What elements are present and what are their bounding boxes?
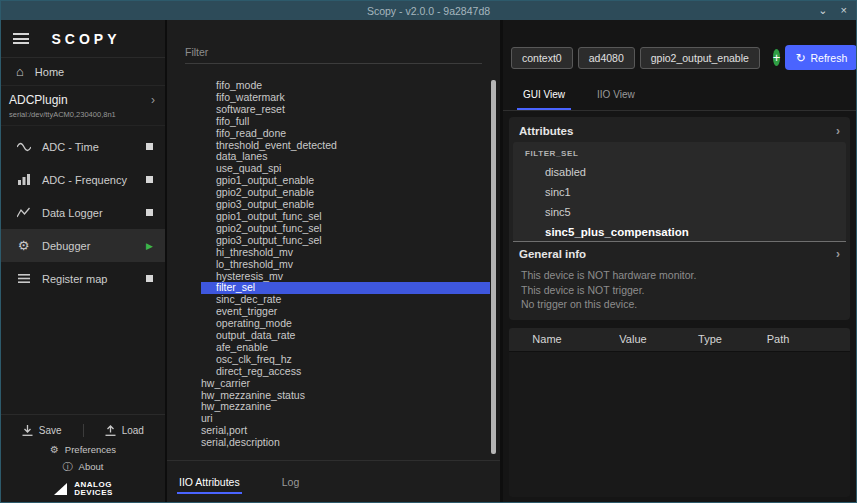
home-icon: ⌂ — [16, 64, 24, 79]
view-tab[interactable]: GUI View — [507, 81, 581, 110]
filter-input[interactable] — [185, 44, 482, 64]
tree-item[interactable]: osc_clk_freq_hz — [201, 354, 490, 366]
dropdown-option[interactable]: disabled — [513, 162, 846, 182]
sidebar-item-data-logger[interactable]: Data Logger — [1, 196, 165, 229]
tree-item[interactable]: direct_reg_access — [201, 366, 490, 378]
home-label: Home — [35, 66, 64, 78]
middle-tab[interactable]: Log — [280, 464, 302, 500]
breadcrumb: context0 ad4080 gpio2_output_enable — [511, 47, 760, 69]
tree-item[interactable]: fifo_read_done — [201, 128, 490, 140]
load-button[interactable]: Load — [84, 425, 166, 436]
general-info-header-label: General info — [519, 248, 586, 260]
filter-sel-dropdown: disabled sinc1 sinc5 sinc5_plus_compensa… — [513, 162, 846, 242]
save-label: Save — [39, 425, 62, 436]
results-table-body — [509, 352, 850, 498]
sidebar-item-home[interactable]: ⌂ Home — [1, 58, 165, 86]
close-icon[interactable]: × — [841, 5, 847, 16]
sidebar: SCOPY ⌂ Home ADCPlugin › serial:/dev/tty… — [1, 20, 167, 502]
tree-item[interactable]: hw_mezzanine — [201, 401, 490, 413]
sine-wave-icon — [16, 142, 31, 152]
analog-devices-logo-icon — [53, 482, 68, 496]
stop-indicator[interactable] — [146, 275, 153, 282]
view-tab-bar: GUI View IIO View — [503, 81, 856, 111]
table-header-cell: Type — [681, 333, 739, 345]
chevron-right-icon: › — [836, 124, 840, 138]
gui-view-content: Attributes › FILTER_SEL disabled sinc1 — [503, 111, 856, 502]
gear-icon: ⚙ — [50, 444, 59, 455]
attributes-section-header[interactable]: Attributes › — [511, 119, 848, 142]
table-header-cell: Value — [585, 333, 681, 345]
tree-item[interactable]: hw_carrier — [201, 378, 490, 390]
breadcrumb-toolbar: context0 ad4080 gpio2_output_enable + ↻ … — [503, 20, 856, 81]
general-info-section-header[interactable]: General info › — [511, 242, 848, 265]
datalogger-icon — [16, 207, 31, 218]
bar-chart-icon — [16, 174, 31, 185]
view-tab[interactable]: IIO View — [581, 81, 651, 110]
tree-item[interactable]: hi_threshold_mv — [201, 247, 490, 259]
play-icon[interactable]: ▶ — [146, 241, 153, 251]
device-card: Attributes › FILTER_SEL disabled sinc1 — [509, 117, 850, 320]
tree-item[interactable]: software_reset — [201, 104, 490, 116]
sidebar-item-register-map[interactable]: Register map — [1, 262, 165, 295]
minimize-icon[interactable]: ⌄ — [818, 5, 827, 16]
dropdown-option[interactable]: sinc5 — [513, 202, 846, 222]
plugin-name: ADCPlugin — [9, 93, 68, 107]
tree-scrollbar[interactable] — [491, 80, 496, 454]
main-area: SCOPY ⌂ Home ADCPlugin › serial:/dev/tty… — [1, 20, 856, 502]
sidebar-item-adc-frequency[interactable]: ADC - Frequency — [1, 163, 165, 196]
attribute-editor: FILTER_SEL disabled sinc1 sinc5 sinc5_pl… — [513, 142, 846, 242]
attributes-header-label: Attributes — [519, 125, 573, 137]
table-header-cell: Name — [509, 333, 585, 345]
attribute-tree: fifo_mode fifo_watermark software_reset … — [167, 80, 500, 460]
tree-item[interactable]: fifo_full — [201, 116, 490, 128]
tree-item[interactable]: gpio2_output_func_sel — [201, 223, 490, 235]
stop-indicator[interactable] — [146, 176, 153, 183]
register-map-icon — [16, 273, 31, 284]
save-icon — [22, 425, 33, 436]
device-header[interactable]: ADCPlugin › serial:/dev/ttyACM0,230400,8… — [1, 86, 165, 126]
filter-block — [167, 20, 500, 64]
table-header-cell: Path — [739, 333, 817, 345]
sidebar-item-label: ADC - Frequency — [42, 174, 135, 186]
stop-indicator[interactable] — [146, 209, 153, 216]
dropdown-option[interactable]: sinc5_plus_compensation — [513, 222, 846, 242]
refresh-icon: ↻ — [795, 51, 805, 65]
gear-icon: ⚙ — [16, 238, 31, 253]
stop-indicator[interactable] — [146, 143, 153, 150]
preferences-label: Preferences — [65, 444, 116, 455]
tree-item[interactable]: gpio3_output_func_sel — [201, 235, 490, 247]
sidebar-item-label: Register map — [42, 273, 135, 285]
sidebar-item-debugger[interactable]: ⚙ Debugger ▶ — [1, 229, 165, 262]
plugin-uri: serial:/dev/ttyACM0,230400,8n1 — [9, 110, 155, 119]
sidebar-menu: ADC - Time ADC - Frequency Data Logger — [1, 126, 165, 414]
info-icon: ⓘ — [63, 460, 73, 474]
sidebar-footer: Save Load ⚙ Preferences ⓘ About — [1, 414, 165, 502]
hamburger-menu-icon[interactable] — [13, 33, 29, 44]
breadcrumb-button[interactable]: ad4080 — [578, 47, 635, 69]
attribute-name-label: FILTER_SEL — [513, 147, 846, 162]
save-button[interactable]: Save — [1, 425, 83, 436]
preferences-button[interactable]: ⚙ Preferences — [50, 442, 116, 457]
general-info-text: This device is NOT hardware monitor. Thi… — [511, 265, 848, 314]
dropdown-option[interactable]: sinc1 — [513, 182, 846, 202]
titlebar[interactable]: Scopy - v2.0.0 - 9a2847d8 ⌄ × — [1, 1, 856, 20]
sidebar-item-adc-time[interactable]: ADC - Time — [1, 130, 165, 163]
add-button[interactable]: + — [773, 49, 781, 66]
scopy-logo: SCOPY — [29, 31, 153, 47]
sidebar-header: SCOPY — [1, 20, 165, 58]
scopy-window: Scopy - v2.0.0 - 9a2847d8 ⌄ × SCOPY ⌂ Ho… — [0, 0, 857, 503]
about-button[interactable]: ⓘ About — [63, 459, 104, 474]
chevron-right-icon: › — [151, 93, 155, 107]
about-label: About — [79, 461, 104, 472]
results-table-header: Name Value Type Path — [509, 328, 850, 352]
tree-item[interactable]: serial,description — [201, 437, 490, 449]
refresh-button[interactable]: ↻ Refresh — [785, 45, 857, 70]
middle-tab[interactable]: IIO Attributes — [177, 464, 242, 500]
breadcrumb-button[interactable]: context0 — [511, 47, 573, 69]
sidebar-item-label: Debugger — [42, 240, 135, 252]
analog-devices-brand: ANALOG DEVICES — [53, 481, 113, 497]
middle-tab-bar: IIO Attributes Log — [167, 460, 500, 502]
tree-item[interactable]: lo_threshold_mv — [201, 259, 490, 271]
sidebar-item-label: ADC - Time — [42, 141, 135, 153]
breadcrumb-button[interactable]: gpio2_output_enable — [640, 47, 760, 69]
